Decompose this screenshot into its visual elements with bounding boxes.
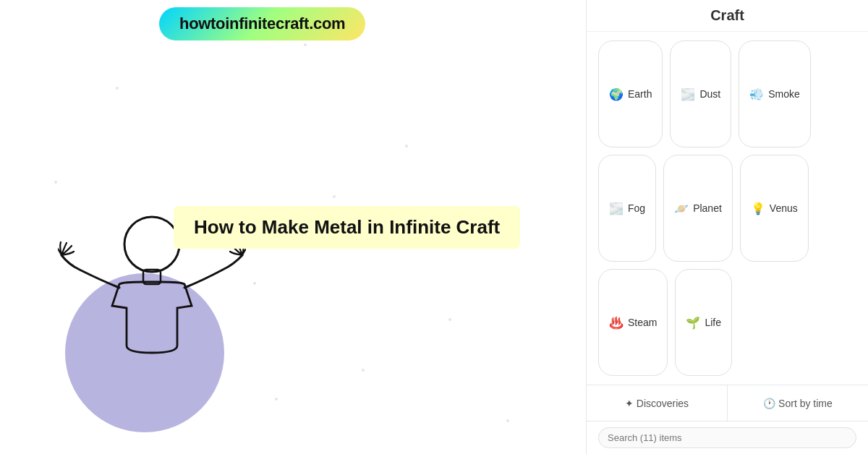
item-chip-steam[interactable]: ♨️Steam: [598, 269, 668, 376]
item-chip-fog[interactable]: 🌫️Fog: [598, 155, 656, 262]
item-chip-dust[interactable]: 🌫️Dust: [670, 40, 731, 147]
planet-icon: 🪐: [674, 202, 689, 215]
dot: [304, 43, 307, 46]
planet-label: Planet: [693, 202, 722, 214]
dot: [362, 369, 365, 372]
steam-label: Steam: [628, 317, 657, 328]
dot: [405, 145, 408, 147]
url-banner: howtoinfinitecraft.com: [159, 7, 365, 40]
smoke-label: Smoke: [768, 88, 800, 100]
dot: [448, 318, 451, 321]
dust-icon: 🌫️: [681, 87, 695, 101]
life-label: Life: [705, 317, 721, 328]
earth-icon: 🌍: [609, 87, 624, 101]
search-input[interactable]: [598, 427, 856, 448]
item-chip-life[interactable]: 🌱Life: [675, 269, 732, 376]
dot: [333, 195, 336, 198]
craft-header: Craft: [587, 0, 868, 32]
item-chip-venus[interactable]: 💡Venus: [740, 155, 809, 262]
items-grid: 🌍Earth🌫️Dust💨Smoke🌫️Fog🪐Planet💡Venus♨️St…: [587, 32, 868, 385]
item-chip-planet[interactable]: 🪐Planet: [663, 155, 733, 262]
venus-label: Venus: [770, 202, 798, 214]
dot: [54, 181, 57, 184]
discoveries-button[interactable]: ✦ Discoveries: [587, 385, 728, 421]
dot: [116, 87, 119, 90]
bottom-bar: ✦ Discoveries 🕐 Sort by time: [587, 385, 868, 421]
svg-point-0: [124, 217, 179, 272]
dot: [506, 419, 509, 422]
page-heading: How to Make Metal in Infinite Craft: [174, 206, 520, 249]
earth-label: Earth: [628, 88, 652, 100]
dust-label: Dust: [699, 88, 720, 100]
life-icon: 🌱: [686, 316, 700, 330]
fog-label: Fog: [628, 202, 645, 214]
main-content-area: howtoinfinitecraft.com How to Make Metal…: [0, 0, 586, 454]
sort-by-time-button[interactable]: 🕐 Sort by time: [728, 385, 868, 421]
venus-icon: 💡: [751, 202, 765, 215]
steam-icon: ♨️: [609, 316, 624, 330]
fog-icon: 🌫️: [609, 202, 624, 215]
right-panel: Craft 🌍Earth🌫️Dust💨Smoke🌫️Fog🪐Planet💡Ven…: [586, 0, 868, 454]
search-bar-container: [587, 421, 868, 454]
smoke-icon: 💨: [749, 87, 764, 101]
item-chip-smoke[interactable]: 💨Smoke: [739, 40, 811, 147]
item-chip-earth[interactable]: 🌍Earth: [598, 40, 663, 147]
